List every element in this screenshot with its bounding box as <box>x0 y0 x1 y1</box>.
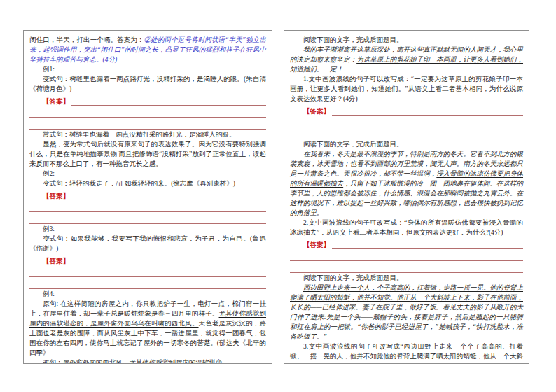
text-run: 1.文中画波浪线的句子可以改写成：“一定要为这草原上的剪花娘子印一本画册，让更多… <box>290 76 523 102</box>
answer-blank-line <box>29 265 266 277</box>
example-label: 例4: <box>29 289 266 299</box>
text-run: 改句：屋外窗外面的西北风，尤其使你感觉到屋内的温软堪恋。 <box>43 359 229 364</box>
answer-blank-line <box>29 212 266 224</box>
text-run: 显然，变为常式句后就没有原来句子的表达效果了。因为它没有要特别强调什么，只是在单… <box>29 141 266 167</box>
text-run: 变式句：树缝里也漏着一两点路灯光，没精打采的，是渴睡人的眼。(朱自清《荷塘月色》… <box>29 76 266 92</box>
question: 3.文中画波浪线的句子可改写成“西边田野上走来一个个子高高的、扛着锨、一摇一晃的… <box>290 342 523 364</box>
example-label: 例2: <box>29 169 266 178</box>
variant-sentence: 变式句：树缝里也漏着一两点路灯光，没精打采的，是渴睡人的眼。(朱自清《荷塘月色》… <box>29 74 266 94</box>
answer-label: 【答案】 <box>43 258 69 265</box>
answer-blank-line <box>332 248 523 249</box>
analysis-paragraph: 显然，变为常式句后就没有原来句子的表达效果了。因为它没有要特别强调什么，只是在单… <box>29 139 266 169</box>
answer-blank-line <box>29 277 266 289</box>
answer-blank-line <box>71 264 266 265</box>
answer-blank-line <box>290 261 523 273</box>
answer-blank-line <box>290 249 523 261</box>
answer-row: 【答案】 <box>29 253 266 265</box>
answer-blank-line <box>290 115 523 127</box>
example-label: 例1: <box>29 64 266 74</box>
text-run: 已经伸进家。妻子在院子里，做好了饭。看见丈夫的影子从敞开的大门伸了进来:先是一个… <box>290 304 523 340</box>
answer-row: 【答案】 <box>29 188 266 200</box>
normal-sentence: 常式句：树缝里也漏着一两点没精打采的路灯光，是渴睡人的眼。 <box>29 130 266 139</box>
text-run: 例4: <box>43 290 55 298</box>
variant-sentence: 变式句：如果我能够，我要写下我的悔恨和悲哀，为子君，为自己。(鲁迅《伤逝》) <box>29 234 266 253</box>
question: 1.文中画波浪线的句子可以改写成：“一定要为这草原上的剪花娘子印一本画册，让更多… <box>290 74 523 104</box>
text-run: 阅读下面的文字，完成后面题目。 <box>303 274 403 281</box>
text-run: 2.文中画波浪线的句子可改写成：“身体的所有温暖仿佛都要被浸入骨髓的冰凉抽去”，… <box>290 219 523 236</box>
text-run: 闭住口，半天，打出一个嗝。答案为： <box>29 36 144 43</box>
page-right: 阅读下面的文字，完成后面题目。我的车子渐渐离开这草原深处，离开这些真正默默无闻的… <box>284 30 529 364</box>
answer-row: 【答案】 <box>29 94 266 106</box>
answer-blank-line <box>29 200 266 212</box>
text-run: 例2: <box>43 170 55 177</box>
text-run: 3.文中画波浪线的句子可改写成“西边田野上走来一个个子高高的、扛着锨、一摇一晃的… <box>290 343 523 364</box>
text-run: 阅读下面的文字，完成后面题目。 <box>303 36 403 43</box>
text-run: 例1: <box>43 66 55 73</box>
answer-blank-line <box>332 114 523 115</box>
answer-label: 【答案】 <box>303 241 330 249</box>
answer-label: 【答案】 <box>43 192 69 200</box>
original-sentence-paragraph: 原句: 在这样简陋的房屋之内，你只教把炉子一生，电灯一点，棉门帘一挂上，在屋里住… <box>29 299 266 358</box>
text-run: 阅读下面的文字，完成后面题目。 <box>303 141 403 148</box>
reading-passage: 我的车子渐渐离开这草原深处，离开这些真正默默无闻的人间天才，我心里的决定却愈来愈… <box>290 45 523 74</box>
answer-label: 【答案】 <box>303 108 330 115</box>
answer-label: 【答案】 <box>43 98 69 106</box>
answer-blank-line <box>29 118 266 130</box>
answer-row: 【答案】 <box>290 104 523 115</box>
example-label: 例3: <box>29 224 266 234</box>
answer-blank-line <box>29 106 266 118</box>
reading-passage: 在我看来，冬天是最不浪漫的季节，特别是南方的冬天。它看不到北方的银装素裹，冰天雪… <box>290 149 523 218</box>
text-run: 变式句：如果我能够，我要写下我的悔恨和悲哀，为子君，为自己。(鲁迅《伤逝》) <box>29 235 266 252</box>
reading-instruction: 阅读下面的文字，完成后面题目。 <box>290 139 523 149</box>
variant-sentence: 变式句：轻轻的我走了，/正如我轻轻的来。(徐志摩《再别康桥》) <box>29 178 266 188</box>
text-run: 变式句：轻轻的我走了，/正如我轻轻的来。(徐志摩《再别康桥》) <box>43 180 235 187</box>
text-run: 常式句：树缝里也漏着一两点没精打采的路灯光，是渴睡人的眼。 <box>43 131 236 138</box>
reading-instruction: 阅读下面的文字，完成后面题目。 <box>290 35 523 45</box>
revised-sentence: 改句：屋外窗外面的西北风，尤其使你感觉到屋内的温软堪恋。 <box>29 358 266 364</box>
answer-blank-line <box>71 199 266 200</box>
answer-blank-line <box>71 104 266 106</box>
page-left: 闭住口，半天，打出一个嗝。答案为：②处的两个逗号将时间状语“半天”独立出来，起强… <box>23 30 272 364</box>
question: 2.文中画波浪线的句子可改写成：“身体的所有温暖仿佛都要被浸入骨髓的冰凉抽去”，… <box>290 218 523 237</box>
answer-blank-line <box>290 127 523 139</box>
answer-row: 【答案】 <box>290 237 523 249</box>
answer-continuation-paragraph: 闭住口，半天，打出一个嗝。答案为：②处的两个逗号将时间状语“半天”独立出来，起强… <box>29 35 266 64</box>
reading-passage: 西边田野上走来一个人，个子高高的，扛着锨，走路一摇一晃。他的脊背上爬满了晒太阳的… <box>290 283 523 342</box>
reading-instruction: 阅读下面的文字，完成后面题目。 <box>290 273 523 283</box>
text-run: 例3: <box>43 225 55 232</box>
